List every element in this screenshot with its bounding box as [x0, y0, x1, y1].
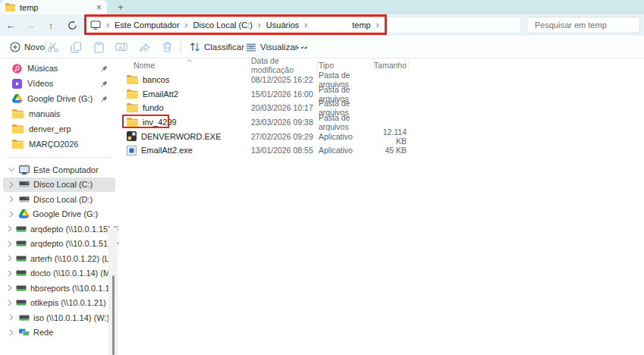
back-icon[interactable]: ←	[2, 17, 20, 33]
file-name-cell: inv_4299	[118, 117, 251, 127]
share-icon	[139, 42, 150, 52]
file-row-fundo[interactable]: fundo20/03/2026 10:17Pasta de arquivos	[118, 101, 644, 115]
app-dark-icon	[127, 131, 137, 141]
address-bar[interactable]: ›Este Computador›Disco Local (C:)›Usuári…	[83, 17, 521, 33]
chevron-right-icon[interactable]	[8, 240, 12, 247]
tree-item-otlkepis-10-0-1-21-o[interactable]: otlkepis (\\10.0.1.21) (O:)	[3, 296, 115, 311]
tab-close-icon[interactable]: ×	[96, 3, 102, 12]
chevron-right-icon[interactable]	[8, 225, 12, 232]
chevron-right-icon[interactable]	[8, 314, 15, 321]
forward-icon[interactable]: →	[21, 17, 39, 33]
refresh-icon[interactable]	[63, 17, 81, 33]
tree-item-arqdepto-10-0-1-15-h[interactable]: arqdepto (\\10.0.1.15) (H:)	[3, 221, 115, 237]
chevron-right-icon: ›	[183, 20, 190, 30]
file-modified: 15/01/2026 16:00	[251, 90, 319, 99]
file-name-wrap: inv_4299	[124, 117, 180, 127]
column-header-name[interactable]: Nome	[118, 61, 251, 70]
breadcrumb-item-temp[interactable]: temp	[349, 20, 373, 30]
new-tab-button[interactable]: +	[114, 1, 127, 14]
sidebar-scrollbar-thumb[interactable]	[112, 275, 115, 355]
column-separator[interactable]	[249, 60, 250, 70]
delete-button[interactable]	[157, 39, 177, 55]
sidebar-item-label: manuais	[29, 109, 111, 118]
chevron-right-icon[interactable]	[8, 270, 12, 277]
cut-button[interactable]	[43, 39, 63, 55]
file-rows: bancos08/12/2025 16:22Pasta de arquivosE…	[118, 73, 644, 158]
chevron-right-icon[interactable]	[8, 329, 15, 336]
tree-item-label: Este Computador	[33, 165, 99, 174]
paste-button[interactable]	[89, 39, 108, 55]
copy-icon	[71, 42, 82, 53]
tree-item-docto-10-0-1-14-m[interactable]: docto (\\10.0.1.14) (M:)	[3, 266, 115, 281]
svg-text:A: A	[118, 44, 122, 51]
sidebar-item-label: Vídeos	[27, 79, 96, 88]
tree-item-label: Disco Local (C:)	[33, 180, 93, 189]
chevron-right-icon[interactable]	[8, 196, 15, 203]
file-list-panel: Nome Data de modificação Tipo Tamanho ba…	[118, 58, 644, 355]
breadcrumb-item-usu-rios[interactable]: Usuários	[263, 20, 302, 30]
chevron-down-icon[interactable]	[8, 166, 15, 173]
more-options-button[interactable]: ···	[292, 39, 313, 55]
netdrive-icon	[16, 225, 27, 233]
file-modified: 27/02/2026 09:29	[251, 132, 319, 141]
file-modified: 20/03/2026 10:17	[251, 103, 319, 112]
view-lines-icon	[246, 43, 256, 52]
column-header-size[interactable]: Tamanho	[373, 61, 407, 70]
chevron-right-icon: ›	[374, 20, 382, 30]
file-modified: 08/12/2025 16:22	[251, 75, 319, 84]
column-separator[interactable]	[408, 60, 409, 70]
tree-item-iso-10-0-1-14-w[interactable]: iso (\\10.0.1.14) (W:)	[3, 310, 115, 325]
folder-icon	[127, 103, 138, 112]
sidebar-item-mar-o2026[interactable]: MARÇO2026	[3, 137, 115, 152]
sidebar-item-google-drive-g[interactable]: Google Drive (G:)	[3, 91, 115, 106]
file-name: inv_4299	[143, 118, 177, 127]
chevron-right-icon[interactable]	[8, 255, 12, 262]
netdrive-icon	[16, 240, 27, 247]
sidebar-item-denver-erp[interactable]: denver_erp	[3, 121, 115, 137]
column-header-modified[interactable]: Data de modificação	[251, 56, 319, 74]
sidebar-item-m-sicas[interactable]: Músicas	[3, 61, 115, 76]
up-icon[interactable]: ↑	[42, 17, 60, 33]
titlebar: temp × +	[0, 0, 644, 14]
chevron-right-icon[interactable]	[8, 300, 12, 306]
file-name-cell: bancos	[118, 74, 251, 85]
breadcrumb-item-disco-local-c[interactable]: Disco Local (C:)	[190, 20, 256, 30]
chevron-right-icon[interactable]	[8, 284, 12, 291]
file-row-emailatt2[interactable]: EmailAtt215/01/2026 16:00Pasta de arquiv…	[118, 87, 644, 102]
share-button[interactable]	[134, 39, 154, 55]
sidebar-item-manuais[interactable]: manuais	[3, 106, 115, 121]
folder-icon	[12, 109, 24, 118]
file-modified: 13/01/2026 08:55	[251, 146, 319, 155]
file-row-bancos[interactable]: bancos08/12/2025 16:22Pasta de arquivos	[118, 73, 644, 87]
chevron-right-icon[interactable]	[8, 211, 15, 218]
music-icon	[12, 64, 22, 74]
sidebar-item-label: MARÇO2026	[29, 140, 111, 149]
rename-button[interactable]: A	[112, 39, 131, 55]
tree-item-hbsreports-10-0-1-14-n[interactable]: hbsreports (\\10.0.1.14) (N:)	[3, 281, 115, 296]
copy-button[interactable]	[66, 39, 86, 55]
explorer-tab[interactable]: temp ×	[0, 0, 107, 14]
folder-icon	[127, 90, 138, 99]
tree-item-arterh-10-0-1-22-l[interactable]: arterh (\\10.0.1.22) (L:)	[3, 251, 115, 266]
tree-item-este-computador[interactable]: Este Computador	[3, 162, 115, 178]
file-name-wrap: DENVERWORD.EXE	[124, 130, 225, 142]
tree-item-arqdepto-10-0-1-51-k[interactable]: arqdepto (\\10.0.1.51) (K:)	[3, 237, 115, 252]
sidebar-item-label: Músicas	[27, 64, 96, 73]
search-input[interactable]	[526, 17, 640, 33]
tree-item-disco-local-c[interactable]: Disco Local (C:)	[3, 178, 115, 193]
tree-item-google-drive-g[interactable]: Google Drive (G:)	[3, 207, 115, 222]
sidebar-item-v-deos[interactable]: Vídeos	[3, 76, 115, 91]
file-row-emailatt2-exe[interactable]: EmailAtt2.exe13/01/2026 08:55Aplicativo4…	[118, 143, 644, 158]
tree-item-disco-local-d[interactable]: Disco Local (D:)	[3, 192, 115, 207]
pin-icon	[101, 96, 108, 102]
file-row-denverword-exe[interactable]: DENVERWORD.EXE27/02/2026 09:29Aplicativo…	[118, 129, 644, 143]
breadcrumb-item-este-computador[interactable]: Este Computador	[112, 20, 183, 30]
chevron-right-icon[interactable]	[8, 181, 15, 188]
sidebar-item-label: Google Drive (G:)	[27, 94, 96, 103]
gdrive-icon	[19, 209, 29, 218]
tree-item-rede[interactable]: Rede	[3, 325, 115, 341]
column-header-type[interactable]: Tipo	[319, 61, 373, 70]
column-separator[interactable]	[373, 60, 374, 70]
column-separator[interactable]	[316, 60, 317, 70]
sidebar-divider	[8, 157, 111, 158]
